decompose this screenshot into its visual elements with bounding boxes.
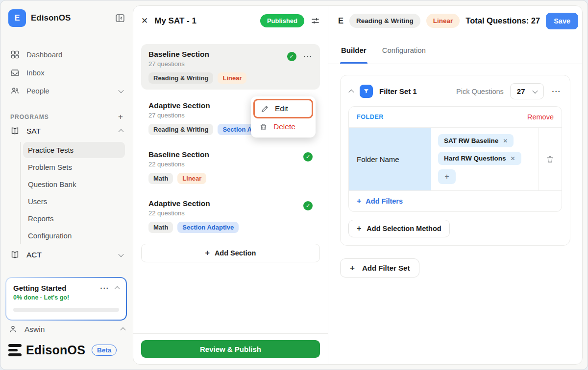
settings-sliders-icon[interactable] (311, 16, 320, 25)
app-frame: E EdisonOS Dashboard (0, 0, 588, 370)
chevron-up-icon[interactable] (114, 286, 120, 291)
edit-label: Edit (275, 104, 288, 113)
add-section-button[interactable]: + Add Section (141, 244, 320, 262)
status-badge: Published (260, 14, 304, 27)
chip-label: SAT RW Baseline (444, 137, 498, 144)
sat-sub-list: Practice Tests Problem Sets Question Ban… (20, 142, 125, 244)
sidebar-item-reports[interactable]: Reports (23, 210, 125, 227)
sidebar-item-dashboard[interactable]: Dashboard (8, 46, 125, 64)
detail-title: E (338, 16, 343, 25)
sidebar-item-inbox[interactable]: Inbox (8, 64, 125, 82)
folder-filter-row: Folder Name SAT RW Baseline ✕ Hard RW Qu… (349, 127, 562, 191)
section-subtitle: 22 questions (148, 209, 303, 217)
section-card[interactable]: Baseline Section 27 questions Reading & … (141, 44, 320, 90)
remove-filter-link[interactable]: Remove (527, 113, 554, 121)
sidebar-item-problem-sets[interactable]: Problem Sets (23, 159, 125, 175)
add-program-icon[interactable]: + (118, 113, 123, 121)
section-card[interactable]: Adaptive Section 22 questions Math Secti… (141, 193, 320, 239)
filter-set-more-icon[interactable]: ··· (552, 88, 562, 95)
tab-configuration[interactable]: Configuration (382, 36, 426, 64)
more-options-icon[interactable]: ··· (100, 285, 110, 292)
section-context-menu: Edit Delete (251, 96, 316, 138)
user-menu[interactable]: Aswin (8, 324, 125, 334)
people-icon (10, 86, 20, 95)
sidebar-item-configuration[interactable]: Configuration (23, 228, 125, 244)
detail-panel: E Reading & Writing Linear Total Questio… (328, 6, 582, 364)
plus-icon: + (357, 225, 361, 232)
user-name: Aswin (24, 325, 45, 334)
close-icon[interactable]: ✕ (141, 16, 148, 26)
book-icon (10, 126, 20, 136)
filter-set-card: Filter Set 1 Pick Questions 27 ··· FOLDE… (340, 75, 570, 246)
add-selection-method-button[interactable]: + Add Selection Method (348, 220, 450, 237)
collapse-sidebar-icon[interactable] (115, 13, 125, 23)
mode-tag: Linear (218, 72, 246, 84)
filter-values: SAT RW Baseline ✕ Hard RW Questions ✕ + (431, 128, 538, 190)
mode-pill: Linear (426, 14, 460, 28)
remove-chip-icon[interactable]: ✕ (503, 138, 508, 144)
filter-chip[interactable]: SAT RW Baseline ✕ (438, 134, 514, 147)
detail-header: E Reading & Writing Linear Total Questio… (328, 6, 582, 36)
sidebar-nav: Dashboard Inbox People (8, 46, 125, 100)
section-more-icon[interactable]: ··· (304, 53, 313, 60)
sidebar-item-label: People (26, 87, 49, 95)
person-icon (8, 324, 18, 334)
section-subtitle: 27 questions (148, 60, 287, 68)
add-selection-method-label: Add Selection Method (367, 225, 441, 232)
chevron-down-icon (532, 88, 538, 93)
add-filter-set-button[interactable]: + Add Filter Set (340, 258, 419, 278)
section-title: Baseline Section (148, 50, 287, 59)
sidebar-item-users[interactable]: Users (23, 193, 125, 209)
sidebar-item-question-bank[interactable]: Question Bank (23, 176, 125, 192)
filter-set-title: Filter Set 1 (379, 87, 417, 95)
check-circle-icon: ✓ (303, 201, 313, 210)
add-section-label: Add Section (215, 249, 256, 257)
funnel-icon (360, 85, 373, 98)
sidebar-item-people[interactable]: People (8, 82, 125, 100)
delete-menu-item[interactable]: Delete (253, 118, 313, 135)
builder-content: Filter Set 1 Pick Questions 27 ··· FOLDE… (328, 64, 582, 364)
beta-badge: Beta (92, 345, 117, 356)
tab-builder[interactable]: Builder (341, 36, 367, 64)
total-questions: Total Questions: 27 (466, 16, 540, 25)
save-button[interactable]: Save (546, 13, 578, 29)
footer-brand-name: EdisonOS (26, 343, 85, 357)
getting-started-status: 0% done · Let's go! (13, 294, 119, 301)
sidebar-item-act[interactable]: ACT (8, 245, 125, 265)
edit-menu-item[interactable]: Edit (253, 99, 313, 118)
detail-tabs: Builder Configuration (328, 36, 582, 64)
sections-panel: ✕ My SAT - 1 Published Baseline Section (133, 6, 328, 364)
filter-set-header: Filter Set 1 Pick Questions 27 ··· (348, 82, 562, 106)
programs-label: PROGRAMS (10, 114, 49, 120)
brand-row: E EdisonOS (8, 9, 125, 27)
remove-chip-icon[interactable]: ✕ (511, 155, 515, 162)
chevron-up-icon (120, 327, 125, 332)
pick-questions-label: Pick Questions (456, 88, 504, 95)
collapse-filter-set-icon[interactable] (348, 89, 354, 94)
pick-questions-select[interactable]: 27 (510, 83, 544, 99)
subject-tag: Math (148, 222, 173, 233)
review-publish-button[interactable]: Review & Publish (141, 340, 320, 358)
dashboard-icon (10, 50, 20, 59)
check-circle-icon: ✓ (303, 152, 313, 162)
chevron-up-icon (118, 129, 123, 134)
mode-tag: Linear (177, 173, 206, 184)
filter-chip[interactable]: Hard RW Questions ✕ (438, 152, 521, 165)
add-filters-label: Add Filters (366, 197, 403, 205)
sidebar-item-practice-tests[interactable]: Practice Tests (23, 142, 125, 158)
add-chip-button[interactable]: + (438, 169, 456, 184)
subject-pill: Reading & Writing (349, 14, 420, 28)
section-title: Baseline Section (148, 150, 303, 159)
subject-tag: Math (148, 173, 173, 184)
delete-filter-row-button[interactable] (538, 128, 562, 190)
book-icon (10, 250, 20, 259)
section-card[interactable]: Baseline Section 22 questions Math Linea… (141, 144, 320, 190)
sidebar-item-label: Dashboard (26, 50, 62, 59)
folder-filter-card: FOLDER Remove Folder Name SAT RW Baselin… (348, 106, 562, 212)
add-filters-link[interactable]: + Add Filters (349, 191, 562, 211)
sections-list: Baseline Section 27 questions Reading & … (133, 36, 328, 333)
chevron-down-icon (118, 87, 123, 92)
sidebar-item-sat[interactable]: SAT (8, 121, 125, 141)
subject-tag: Reading & Writing (148, 72, 213, 84)
pencil-icon (261, 105, 269, 113)
